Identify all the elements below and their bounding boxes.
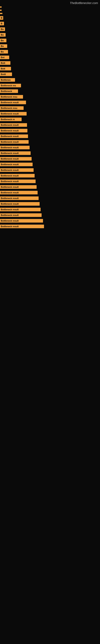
items-container: BBBoBoBoBoBoBotBottBottBottlBottlenecBot…	[0, 6, 100, 233]
list-item: Bottleneck result	[0, 139, 100, 145]
list-item: Bottleneck result	[0, 128, 100, 134]
list-item: Bottleneck result	[0, 173, 100, 178]
label-box: Bottleneck result	[0, 191, 38, 194]
label-box: Bottleneck result	[0, 208, 41, 211]
label-box: B	[0, 16, 3, 20]
list-item: Bottleneck result	[0, 111, 100, 116]
list-item: Bottleneck resu	[0, 94, 100, 100]
label-box	[0, 6, 1, 8]
list-item	[0, 6, 100, 9]
label-box: Bottleneck result	[0, 180, 36, 183]
label-box: Bottlenec	[0, 78, 15, 82]
label-box: Bott	[0, 67, 11, 70]
list-item: Bottl	[0, 72, 100, 77]
label-box: Bottleneck result	[0, 100, 26, 104]
label-box: Bottleneck result	[0, 202, 40, 206]
list-item: Bottleneck result	[0, 156, 100, 162]
list-item: Bottleneck res	[0, 83, 100, 88]
label-box: Bo	[0, 39, 6, 42]
list-item	[0, 9, 100, 12]
list-item: Bottleneck result	[0, 201, 100, 207]
list-item: Bott	[0, 60, 100, 66]
list-item: Bottleneck result	[0, 224, 100, 229]
label-box: Bo	[0, 50, 8, 54]
list-item: Bo	[0, 49, 100, 54]
list-item: Bottleneck result	[0, 190, 100, 196]
list-item: Bo	[0, 43, 100, 49]
label-box	[0, 10, 1, 11]
list-item: Bottleneck result	[0, 100, 100, 105]
label-box: Bott	[0, 61, 10, 65]
list-item	[0, 12, 100, 15]
label-box: Bottleneck result	[0, 140, 29, 144]
label-box: Bottleneck result	[0, 196, 39, 200]
list-item: Bottleneck result	[0, 212, 100, 218]
label-box	[0, 13, 2, 14]
list-item: Bottleneck result	[0, 150, 100, 156]
label-box: Bo	[0, 27, 5, 31]
list-item: Bottleneck	[0, 88, 100, 94]
label-box: Bot	[0, 56, 9, 59]
label-box: Bottl	[0, 72, 12, 76]
label-box: Bottleneck result	[0, 174, 35, 178]
label-box: Bo	[0, 44, 7, 48]
list-item: Bottleneck result	[0, 218, 100, 224]
label-box: Bottleneck result	[0, 168, 34, 172]
list-item: Bottleneck result	[0, 207, 100, 212]
label-box: Bottleneck result	[0, 112, 27, 116]
list-item: Bot	[0, 54, 100, 60]
label-box: Bottleneck resu	[0, 106, 24, 110]
list-item: Bottleneck result	[0, 134, 100, 139]
label-box: Bottleneck result	[0, 213, 42, 217]
label-box: Bottleneck result	[0, 157, 32, 160]
list-item: B	[0, 15, 100, 21]
label-box: Bottleneck result	[0, 224, 44, 228]
list-item: Bottleneck resu	[0, 105, 100, 111]
label-box: Bottleneck result	[0, 146, 30, 149]
list-item: Bott	[0, 66, 100, 72]
list-item: Bottleneck result	[0, 178, 100, 184]
label-box: Bottleneck result	[0, 219, 43, 222]
label-box: B	[0, 22, 4, 25]
label-box: Bottleneck result	[0, 129, 27, 132]
label-box: Bottleneck result	[0, 185, 37, 189]
list-item: Bottleneck re	[0, 116, 100, 122]
label-box: Bottleneck	[0, 89, 18, 93]
site-title: TheBottlenecker.com	[0, 0, 100, 6]
label-box: Bottleneck res	[0, 84, 21, 87]
list-item: Bottleneck result	[0, 122, 100, 128]
label-box: Bottleneck result	[0, 162, 33, 166]
list-item: Bottleneck result	[0, 167, 100, 173]
label-box: Bottleneck re	[0, 118, 22, 121]
list-item: Bo	[0, 38, 100, 43]
list-item: Bottleneck result	[0, 184, 100, 190]
label-box: Bo	[0, 33, 6, 37]
label-box: Bottleneck resu	[0, 95, 23, 98]
list-item: Bottleneck result	[0, 196, 100, 201]
list-item: Bottleneck result	[0, 145, 100, 150]
label-box: Bottleneck result	[0, 123, 27, 127]
list-item: Bottlenec	[0, 77, 100, 83]
list-item: B	[0, 21, 100, 26]
list-item: Bo	[0, 26, 100, 32]
label-box: Bottleneck result	[0, 151, 31, 155]
label-box: Bottleneck result	[0, 134, 28, 138]
list-item: Bottleneck result	[0, 162, 100, 167]
list-item: Bo	[0, 32, 100, 38]
